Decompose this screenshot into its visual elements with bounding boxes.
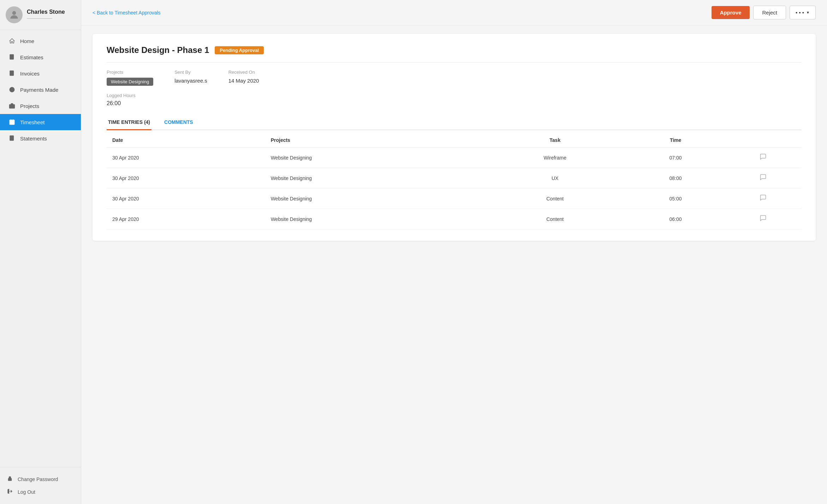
topbar: < Back to Timesheet Approvals Approve Re… [81, 0, 827, 25]
estimates-icon [8, 53, 16, 61]
home-icon [8, 37, 16, 45]
topbar-actions: Approve Reject • • • ▼ [712, 6, 816, 19]
cell-comment[interactable] [725, 188, 802, 209]
cell-projects: Website Designing [265, 188, 484, 209]
tab-time-entries[interactable]: TIME ENTRIES (4) [107, 115, 151, 130]
projects-icon [8, 102, 16, 110]
log-out-label: Log Out [18, 489, 35, 495]
svg-point-0 [12, 11, 16, 15]
sidebar-nav: Home Estimates [0, 30, 81, 467]
log-out-item[interactable]: Log Out [7, 486, 74, 498]
received-on-meta: Received On 14 May 2020 [228, 70, 259, 86]
cell-comment[interactable] [725, 168, 802, 188]
comment-icon[interactable] [760, 196, 767, 203]
pending-badge: Pending Approval [215, 46, 264, 54]
received-on-value: 14 May 2020 [228, 78, 259, 84]
logged-section: Logged Hours 26:00 [107, 93, 802, 107]
sidebar-item-invoices-label: Invoices [20, 71, 40, 77]
col-date: Date [107, 133, 265, 148]
more-dots: • • • [796, 10, 804, 16]
sent-by-value: lavanyasree.s [174, 78, 207, 84]
card-title: Website Design - Phase 1 [107, 45, 209, 55]
sidebar-item-estimates[interactable]: Estimates [0, 49, 81, 65]
avatar [6, 6, 23, 23]
cell-comment[interactable] [725, 209, 802, 229]
received-on-label: Received On [228, 70, 259, 75]
table-row: 30 Apr 2020 Website Designing Content 05… [107, 188, 802, 209]
cell-date: 29 Apr 2020 [107, 209, 265, 229]
more-button[interactable]: • • • ▼ [790, 6, 816, 19]
lock-icon [7, 476, 14, 483]
cell-date: 30 Apr 2020 [107, 148, 265, 168]
cell-time: 07:00 [626, 148, 725, 168]
sidebar-item-projects-label: Projects [20, 103, 39, 109]
cell-date: 30 Apr 2020 [107, 168, 265, 188]
col-projects: Projects [265, 133, 484, 148]
content-card: Website Design - Phase 1 Pending Approva… [93, 34, 816, 241]
cell-projects: Website Designing [265, 209, 484, 229]
statements-icon [8, 134, 16, 142]
reject-button[interactable]: Reject [753, 6, 786, 19]
sent-by-label: Sent By [174, 70, 207, 75]
table-row: 30 Apr 2020 Website Designing UX 08:00 [107, 168, 802, 188]
sidebar-item-timesheet[interactable]: Timesheet [0, 114, 81, 130]
comment-icon[interactable] [760, 175, 767, 182]
change-password-item[interactable]: Change Password [7, 473, 74, 486]
table-row: 29 Apr 2020 Website Designing Content 06… [107, 209, 802, 229]
payments-icon: $ [8, 86, 16, 94]
tabs: TIME ENTRIES (4) COMMENTS [107, 115, 802, 130]
cell-projects: Website Designing [265, 168, 484, 188]
sidebar-item-statements-label: Statements [20, 136, 47, 142]
user-sub: —————— [27, 16, 65, 21]
cell-projects: Website Designing [265, 148, 484, 168]
svg-rect-11 [10, 104, 15, 108]
sidebar-item-home[interactable]: Home [0, 33, 81, 49]
card-header: Website Design - Phase 1 Pending Approva… [107, 45, 802, 55]
logout-icon [7, 488, 14, 496]
cell-time: 05:00 [626, 188, 725, 209]
sidebar-user: Charles Stone —————— [0, 0, 81, 30]
cell-task: UX [484, 168, 626, 188]
table-row: 30 Apr 2020 Website Designing Wireframe … [107, 148, 802, 168]
logged-hours-value: 26:00 [107, 100, 802, 107]
cell-task: Content [484, 188, 626, 209]
sidebar: Charles Stone —————— Home [0, 0, 81, 504]
timesheet-icon [8, 118, 16, 126]
svg-rect-12 [10, 120, 14, 125]
sidebar-footer: Change Password Log Out [0, 467, 81, 504]
projects-meta: Projects Website Designing [107, 70, 153, 86]
cell-date: 30 Apr 2020 [107, 188, 265, 209]
time-entries-table: Date Projects Task Time 30 Apr 2020 Webs… [107, 133, 802, 229]
sidebar-item-invoices[interactable]: Invoices [0, 65, 81, 82]
change-password-label: Change Password [18, 476, 58, 482]
svg-rect-23 [8, 478, 11, 481]
user-info: Charles Stone —————— [27, 9, 65, 21]
col-task: Task [484, 133, 626, 148]
chevron-down-icon: ▼ [806, 11, 810, 14]
comment-icon[interactable] [760, 216, 767, 223]
col-comment-header [725, 133, 802, 148]
tab-comments[interactable]: COMMENTS [163, 115, 195, 130]
sidebar-item-timesheet-label: Timesheet [20, 119, 44, 125]
header-divider [107, 62, 802, 62]
col-time: Time [626, 133, 725, 148]
approve-button[interactable]: Approve [712, 6, 750, 19]
projects-label: Projects [107, 70, 153, 75]
cell-task: Wireframe [484, 148, 626, 168]
cell-comment[interactable] [725, 148, 802, 168]
sidebar-item-statements[interactable]: Statements [0, 130, 81, 146]
sidebar-item-projects[interactable]: Projects [0, 98, 81, 114]
logged-hours-label: Logged Hours [107, 93, 802, 98]
comment-icon[interactable] [760, 155, 767, 162]
sidebar-item-payments-label: Payments Made [20, 87, 58, 93]
main-content: < Back to Timesheet Approvals Approve Re… [81, 0, 827, 504]
sidebar-item-home-label: Home [20, 38, 34, 44]
cell-time: 08:00 [626, 168, 725, 188]
user-name: Charles Stone [27, 9, 65, 15]
sidebar-item-payments[interactable]: $ Payments Made [0, 82, 81, 98]
invoices-icon [8, 70, 16, 77]
project-tag: Website Designing [107, 78, 153, 86]
back-link[interactable]: < Back to Timesheet Approvals [93, 10, 161, 16]
sidebar-item-estimates-label: Estimates [20, 54, 43, 60]
meta-row: Projects Website Designing Sent By lavan… [107, 70, 802, 86]
